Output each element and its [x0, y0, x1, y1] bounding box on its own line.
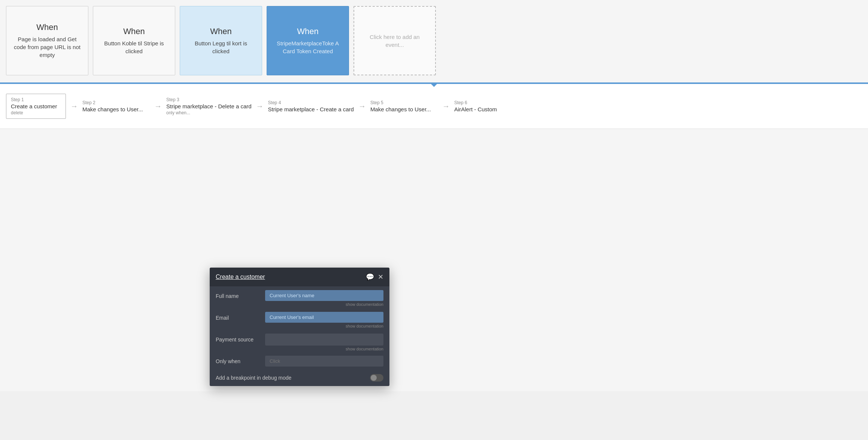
- step-label: Step 3: [166, 97, 252, 102]
- step-item-4[interactable]: Step 4Stripe marketplace - Create a card: [268, 100, 354, 112]
- step-title: Make changes to User...: [82, 106, 150, 112]
- step-title: Create a customer: [11, 103, 61, 109]
- event-card-event-1[interactable]: WhenPage is loaded and Get code from pag…: [6, 6, 88, 75]
- modal-field-value-btn-1[interactable]: Current User's email: [265, 312, 383, 323]
- step-title: Make changes to User...: [370, 106, 438, 112]
- step-item-3[interactable]: Step 3Stripe marketplace - Delete a card…: [166, 97, 252, 115]
- modal-field-group-1: Current User's emailshow documentation: [265, 312, 383, 328]
- step-label: Step 5: [370, 100, 438, 105]
- modal-field-row-1: EmailCurrent User's emailshow documentat…: [210, 308, 389, 330]
- bottom-area: Create a customer 💬 ✕ Full nameCurrent U…: [0, 129, 868, 391]
- step-label: Step 1: [11, 97, 61, 102]
- modal-comment-icon[interactable]: 💬: [366, 273, 374, 281]
- modal-only-when-input[interactable]: [265, 356, 383, 367]
- modal-show-doc-2[interactable]: show documentation: [265, 347, 383, 351]
- event-description: Click here to add an event...: [360, 33, 429, 49]
- divider-bar: [0, 82, 868, 84]
- modal-field-row-2: Payment sourceshow documentation: [210, 330, 389, 353]
- modal-header: Create a customer 💬 ✕: [210, 268, 389, 286]
- step-label: Step 4: [268, 100, 354, 105]
- modal-show-doc-1[interactable]: show documentation: [265, 324, 383, 328]
- modal-field-group-0: Current User's nameshow documentation: [265, 290, 383, 307]
- step-sub: delete: [11, 110, 61, 115]
- modal-only-when-row: Only when: [210, 353, 389, 370]
- event-description: StripeMarketplaceToke A Card Token Creat…: [273, 39, 343, 55]
- when-label: When: [297, 27, 318, 36]
- step-arrow-1: →: [70, 102, 78, 111]
- modal-field-value-btn-0[interactable]: Current User's name: [265, 290, 383, 301]
- event-description: Button Legg til kort is clicked: [186, 39, 256, 55]
- step-label: Step 6: [454, 100, 522, 105]
- step-label: Step 2: [82, 100, 150, 105]
- event-description: Button Koble til Stripe is clicked: [99, 39, 169, 55]
- step-arrow-3: →: [256, 102, 264, 111]
- modal-field-row-0: Full nameCurrent User's nameshow documen…: [210, 286, 389, 308]
- event-card-event-4[interactable]: WhenStripeMarketplaceToke A Card Token C…: [267, 6, 349, 75]
- when-label: When: [210, 27, 231, 36]
- modal-body: Full nameCurrent User's nameshow documen…: [210, 286, 389, 386]
- step-title: Stripe marketplace - Delete a card: [166, 103, 252, 109]
- modal-show-doc-0[interactable]: show documentation: [265, 302, 383, 307]
- event-card-event-2[interactable]: WhenButton Koble til Stripe is clicked: [93, 6, 175, 75]
- modal-breakpoint-row: Add a breakpoint in debug mode: [210, 370, 389, 386]
- modal-field-label-1: Email: [216, 312, 261, 321]
- step-arrow-5: →: [442, 102, 450, 111]
- modal-only-when-label: Only when: [216, 358, 261, 364]
- modal-field-label-2: Payment source: [216, 334, 261, 343]
- when-label: When: [123, 27, 145, 36]
- modal-breakpoint-toggle[interactable]: [370, 374, 383, 382]
- modal-header-icons: 💬 ✕: [366, 273, 383, 281]
- step-item-1[interactable]: Step 1Create a customerdelete: [6, 94, 66, 119]
- event-card-event-5[interactable]: Click here to add an event...: [353, 6, 436, 75]
- step-title: AirAlert - Custom: [454, 106, 522, 112]
- step-arrow-2: →: [154, 102, 162, 111]
- event-card-event-3[interactable]: WhenButton Legg til kort is clicked: [180, 6, 262, 75]
- modal-close-icon[interactable]: ✕: [378, 273, 383, 281]
- step-item-5[interactable]: Step 5Make changes to User...: [370, 100, 438, 112]
- event-description: Page is loaded and Get code from page UR…: [12, 35, 82, 59]
- modal-title: Create a customer: [216, 274, 265, 280]
- modal-field-group-2: show documentation: [265, 334, 383, 351]
- events-area: WhenPage is loaded and Get code from pag…: [0, 0, 868, 82]
- when-label: When: [36, 22, 58, 32]
- step-title: Stripe marketplace - Create a card: [268, 106, 354, 112]
- modal-overlay: Create a customer 💬 ✕ Full nameCurrent U…: [210, 268, 389, 386]
- modal-field-value-empty-2[interactable]: [265, 334, 383, 346]
- step-sub: only when...: [166, 110, 252, 115]
- step-arrow-4: →: [358, 102, 366, 111]
- steps-area: Step 1Create a customerdelete→Step 2Make…: [0, 84, 868, 129]
- step-item-6[interactable]: Step 6AirAlert - Custom: [454, 100, 522, 112]
- step-item-2[interactable]: Step 2Make changes to User...: [82, 100, 150, 112]
- modal-field-label-0: Full name: [216, 290, 261, 299]
- modal-breakpoint-label: Add a breakpoint in debug mode: [216, 375, 291, 381]
